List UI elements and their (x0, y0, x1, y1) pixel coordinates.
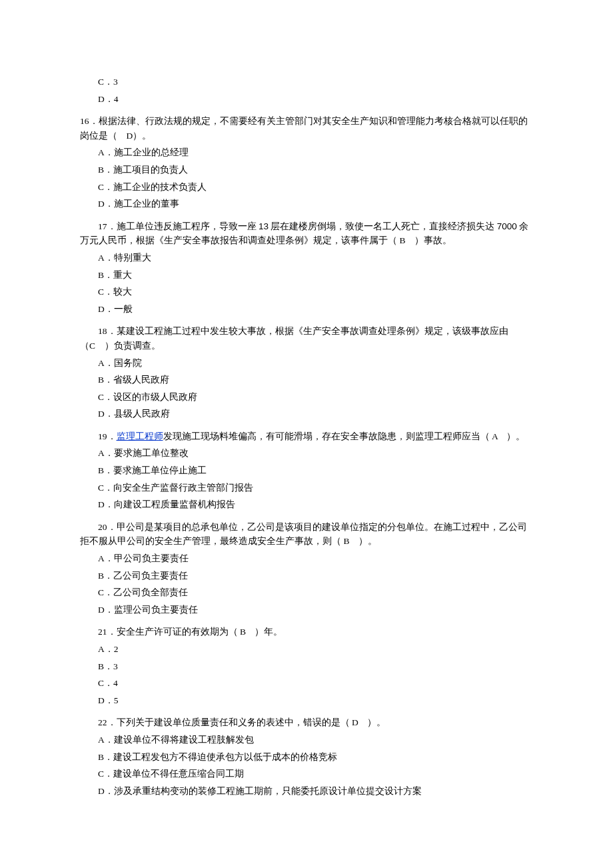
option-c: C．乙公司负全部责任 (80, 585, 533, 600)
option-d: D．监理公司负主要责任 (80, 603, 533, 617)
question-stem: 22．下列关于建设单位质量责任和义务的表述中，错误的是（ D ）。 (80, 715, 533, 730)
stem-suffix: 发现施工现场料堆偏高，有可能滑塌，存在安全事故隐患，则监理工程师应当（ A ）。 (163, 431, 526, 441)
option-a: A．特别重大 (80, 251, 533, 265)
question-20: 20．甲公司是某项目的总承包单位，乙公司是该项目的建设单位指定的分包单位。在施工… (80, 520, 533, 617)
option-c: C．施工企业的技术负责人 (80, 180, 533, 195)
question-17: 17．施工单位违反施工程序，导致一座 13 层在建楼房倒塌，致使一名工人死亡，直… (80, 219, 533, 317)
stem-text: 20．甲公司是某项目的总承包单位，乙公司是该项目的建设单位指定的分包单位。在施工… (80, 522, 527, 547)
question-stem: 20．甲公司是某项目的总承包单位，乙公司是该项目的建设单位指定的分包单位。在施工… (80, 520, 533, 549)
option-b: B．乙公司负主要责任 (80, 569, 533, 583)
option-c: C．3 (80, 75, 533, 89)
question-16: 16．根据法律、行政法规的规定，不需要经有关主管部门对其安全生产知识和管理能力考… (80, 114, 533, 211)
question-stem: 16．根据法律、行政法规的规定，不需要经有关主管部门对其安全生产知识和管理能力考… (80, 114, 533, 143)
question-15-partial: C．3 D．4 (80, 75, 533, 106)
stem-text: 21．安全生产许可证的有效期为（ B ）年。 (98, 627, 283, 637)
stem-text: 16．根据法律、行政法规的规定，不需要经有关主管部门对其安全生产知识和管理能力考… (80, 116, 528, 141)
stem-prefix: 19． (98, 431, 117, 441)
link-supervision-engineer[interactable]: 监理工程师 (117, 431, 163, 441)
option-d: D．施工企业的董事 (80, 197, 533, 211)
option-a: A．建设单位不得将建设工程肢解发包 (80, 733, 533, 747)
option-d: D．一般 (80, 302, 533, 317)
stem-part-b: 层在建楼房倒塌，致使一名工人死亡，直接经济损失达 (269, 221, 497, 231)
question-stem: 17．施工单位违反施工程序，导致一座 13 层在建楼房倒塌，致使一名工人死亡，直… (80, 219, 533, 248)
stem-num-13: 13 (259, 221, 269, 231)
stem-text: 18．某建设工程施工过程中发生较大事故，根据《生产安全事故调查处理条例》规定，该… (80, 326, 508, 351)
question-18: 18．某建设工程施工过程中发生较大事故，根据《生产安全事故调查处理条例》规定，该… (80, 324, 533, 421)
stem-part-a: 17．施工单位违反施工程序，导致一座 (98, 221, 259, 231)
option-b: B．省级人民政府 (80, 373, 533, 387)
option-d: D．县级人民政府 (80, 407, 533, 421)
option-d: D．向建设工程质量监督机构报告 (80, 497, 533, 512)
stem-text: 22．下列关于建设单位质量责任和义务的表述中，错误的是（ D ）。 (98, 717, 386, 727)
option-c: C．建设单位不得任意压缩合同工期 (80, 767, 533, 781)
question-stem: 18．某建设工程施工过程中发生较大事故，根据《生产安全事故调查处理条例》规定，该… (80, 324, 533, 353)
option-a: A．施工企业的总经理 (80, 145, 533, 160)
option-b: B．重大 (80, 268, 533, 283)
option-b: B．3 (80, 659, 533, 674)
option-c: C．设区的市级人民政府 (80, 390, 533, 405)
option-b: B．建设工程发包方不得迫使承包方以低于成本的价格竞标 (80, 750, 533, 765)
option-a: A．国务院 (80, 356, 533, 371)
option-c: C．4 (80, 676, 533, 691)
option-a: A．2 (80, 642, 533, 657)
option-d: D．涉及承重结构变动的装修工程施工期前，只能委托原设计单位提交设计方案 (80, 784, 533, 799)
question-stem: 21．安全生产许可证的有效期为（ B ）年。 (80, 625, 533, 639)
stem-num-7000: 7000 (497, 221, 517, 231)
option-d: D．5 (80, 693, 533, 708)
option-b: B．要求施工单位停止施工 (80, 463, 533, 478)
option-a: A．甲公司负主要责任 (80, 551, 533, 566)
option-c: C．向安全生产监督行政主管部门报告 (80, 481, 533, 495)
option-a: A．要求施工单位整改 (80, 446, 533, 461)
question-19: 19．监理工程师发现施工现场料堆偏高，有可能滑塌，存在安全事故隐患，则监理工程师… (80, 429, 533, 512)
option-d: D．4 (80, 92, 533, 107)
question-22: 22．下列关于建设单位质量责任和义务的表述中，错误的是（ D ）。 A．建设单位… (80, 715, 533, 798)
document-page: C．3 D．4 16．根据法律、行政法规的规定，不需要经有关主管部门对其安全生产… (0, 0, 613, 868)
question-stem: 19．监理工程师发现施工现场料堆偏高，有可能滑塌，存在安全事故隐患，则监理工程师… (80, 429, 533, 444)
option-c: C．较大 (80, 285, 533, 299)
question-21: 21．安全生产许可证的有效期为（ B ）年。 A．2 B．3 C．4 D．5 (80, 625, 533, 707)
option-b: B．施工项目的负责人 (80, 163, 533, 177)
